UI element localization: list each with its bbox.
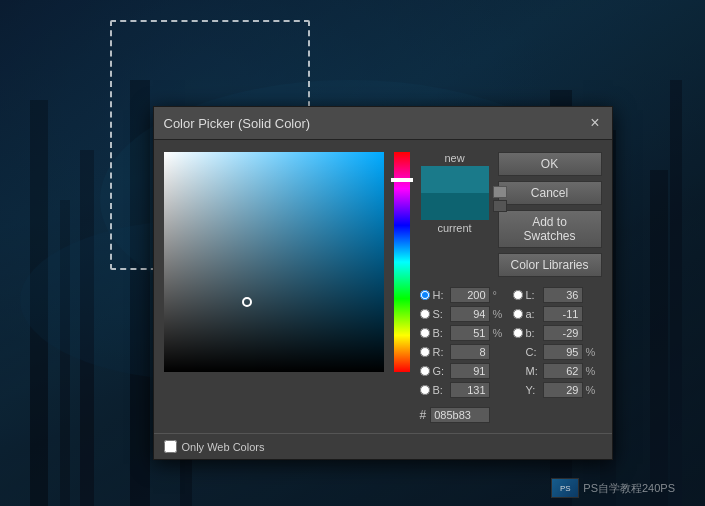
color-libraries-button[interactable]: Color Libraries — [498, 253, 602, 277]
watermark: PS PS自学教程240PS — [551, 478, 675, 498]
hex-symbol: # — [420, 408, 427, 422]
b-lab-radio[interactable] — [513, 328, 523, 338]
a-row: a: — [513, 306, 598, 322]
dialog-title: Color Picker (Solid Color) — [164, 116, 311, 131]
color-picker-dialog: Color Picker (Solid Color) × — [153, 106, 613, 460]
saturation-radio[interactable] — [420, 309, 430, 319]
hex-row: # — [420, 407, 602, 423]
b-lab-row: b: — [513, 325, 598, 341]
only-web-colors-area: Only Web Colors — [154, 433, 612, 459]
hex-input[interactable] — [430, 407, 490, 423]
only-web-colors-label: Only Web Colors — [182, 441, 265, 453]
preview-current-label: current — [420, 222, 490, 234]
preview-current-color — [421, 193, 489, 220]
hue-radio[interactable] — [420, 290, 430, 300]
dialog-backdrop: Color Picker (Solid Color) × — [0, 0, 705, 506]
only-web-colors-checkbox[interactable] — [164, 440, 177, 453]
c-row: C: % — [513, 344, 598, 360]
preview-new-color — [421, 166, 489, 193]
preview-colors — [421, 166, 489, 220]
preview-icons — [493, 186, 507, 212]
l-radio[interactable] — [513, 290, 523, 300]
brightness-input[interactable] — [450, 325, 490, 341]
hue-row: H: ° — [420, 287, 505, 303]
a-radio[interactable] — [513, 309, 523, 319]
color-field-container[interactable] — [164, 152, 384, 372]
cancel-button[interactable]: Cancel — [498, 181, 602, 205]
red-row: R: — [420, 344, 505, 360]
red-input[interactable] — [450, 344, 490, 360]
brightness-radio[interactable] — [420, 328, 430, 338]
m-row: M: % — [513, 363, 598, 379]
watermark-text: PS自学教程240PS — [583, 481, 675, 496]
left-inputs: H: ° S: % B: — [420, 287, 505, 398]
blue-radio[interactable] — [420, 385, 430, 395]
preview-area: new current — [420, 152, 490, 234]
saturation-row: S: % — [420, 306, 505, 322]
preview-new-label: new — [420, 152, 490, 164]
l-input[interactable] — [543, 287, 583, 303]
b-lab-input[interactable] — [543, 325, 583, 341]
hue-input[interactable] — [450, 287, 490, 303]
m-input[interactable] — [543, 363, 583, 379]
y-row: Y: % — [513, 382, 598, 398]
right-section: new current OK — [420, 152, 602, 423]
saturation-input[interactable] — [450, 306, 490, 322]
blue-input[interactable] — [450, 382, 490, 398]
add-to-swatches-button[interactable]: Add to Swatches — [498, 210, 602, 248]
hue-slider-container[interactable] — [394, 152, 410, 372]
green-radio[interactable] — [420, 366, 430, 376]
hue-slider[interactable] — [394, 152, 410, 372]
a-input[interactable] — [543, 306, 583, 322]
l-row: L: — [513, 287, 598, 303]
red-radio[interactable] — [420, 347, 430, 357]
c-input[interactable] — [543, 344, 583, 360]
preview-icon-bottom — [493, 200, 507, 212]
dialog-close-button[interactable]: × — [588, 115, 601, 131]
buttons-column: OK Cancel Add to Swatches Color Librarie… — [498, 152, 602, 277]
green-row: G: — [420, 363, 505, 379]
watermark-icon: PS — [551, 478, 579, 498]
ok-button[interactable]: OK — [498, 152, 602, 176]
brightness-row: B: % — [420, 325, 505, 341]
input-fields-area: H: ° S: % B: — [420, 287, 602, 398]
dialog-body: new current OK — [154, 140, 612, 433]
green-input[interactable] — [450, 363, 490, 379]
right-inputs: L: a: b: — [513, 287, 598, 398]
dialog-titlebar: Color Picker (Solid Color) × — [154, 107, 612, 140]
preview-icon-top — [493, 186, 507, 198]
color-field[interactable] — [164, 152, 384, 372]
color-field-cursor — [242, 297, 252, 307]
blue-row: B: — [420, 382, 505, 398]
y-input[interactable] — [543, 382, 583, 398]
